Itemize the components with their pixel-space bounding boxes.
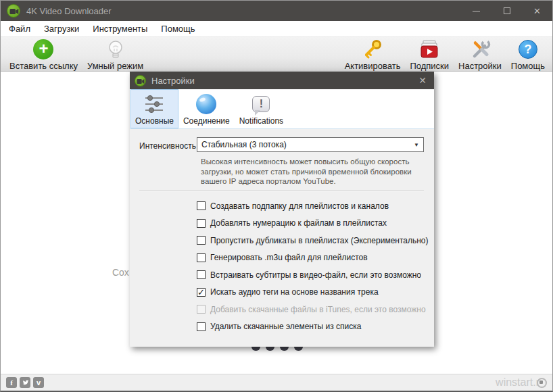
- checkbox-m3u[interactable]: Генерировать .m3u файл для плейлистов: [197, 249, 429, 267]
- checkbox-disabled-icon: [197, 305, 206, 314]
- tab-notifications-label: Notifications: [239, 116, 283, 126]
- separator: [139, 190, 424, 191]
- toolbar: + Вставить ссылку Умный режим: [1, 36, 552, 72]
- activate-button[interactable]: Активировать: [340, 36, 406, 72]
- checkbox-checked-icon[interactable]: [197, 288, 206, 297]
- menu-help[interactable]: Помощь: [154, 22, 201, 36]
- hidden-site-icon-peek: [294, 347, 303, 351]
- dialog-body: Интенсивность Стабильная (3 потока) ▼ Вы…: [130, 129, 434, 346]
- dialog-app-icon: [135, 75, 146, 87]
- dialog-close-button[interactable]: ✕: [411, 75, 434, 86]
- question-icon: ?: [517, 39, 539, 60]
- paste-link-label: Вставить ссылку: [9, 61, 78, 71]
- activate-label: Активировать: [345, 61, 401, 71]
- hidden-site-icon-peek: [266, 347, 274, 351]
- paste-link-button[interactable]: + Вставить ссылку: [5, 36, 82, 72]
- plus-circle-icon: +: [32, 39, 54, 60]
- checkbox-label: Генерировать .m3u файл для плейлистов: [210, 253, 368, 262]
- checkbox-label: Добавить скачанные файлы в iTunes, если …: [210, 305, 426, 314]
- status-bar: f v winstart.r: [1, 374, 552, 391]
- hidden-site-icon-peek: [251, 347, 260, 351]
- checkbox-icon[interactable]: [197, 236, 206, 245]
- menu-bar: Файл Загрузки Инструменты Помощь: [1, 21, 552, 36]
- window-titlebar: 4K Video Downloader ✕: [1, 1, 552, 21]
- window-controls: ✕: [461, 1, 552, 21]
- maximize-button[interactable]: [491, 1, 522, 21]
- key-icon: [362, 39, 383, 60]
- app-logo-icon: [7, 4, 20, 18]
- checkbox-label: Пропустить дубликаты в плейлистах (Экспе…: [210, 236, 429, 245]
- notification-bubble-icon: !: [252, 93, 270, 115]
- lightbulb-icon: [105, 39, 126, 60]
- intensity-description: Высокая интенсивность может повысить общ…: [201, 157, 427, 187]
- checkbox-itunes: Добавить скачанные файлы в iTunes, если …: [197, 301, 429, 318]
- intensity-dropdown[interactable]: Стабильная (3 потока) ▼: [197, 137, 424, 152]
- tab-connection-label: Соединение: [183, 116, 230, 126]
- help-button[interactable]: ? Помощь: [506, 36, 550, 72]
- intensity-value: Стабильная (3 потока): [201, 140, 287, 149]
- vimeo-icon[interactable]: v: [33, 377, 44, 388]
- toolbar-left-group: + Вставить ссылку Умный режим: [5, 36, 148, 72]
- menu-file[interactable]: Файл: [2, 22, 37, 36]
- tab-notifications[interactable]: ! Notifications: [235, 89, 288, 128]
- checkbox-icon[interactable]: [197, 253, 206, 262]
- camcorder-glyph: [9, 8, 19, 15]
- checkbox-label: Создавать подпапку для плейлистов и кана…: [210, 201, 389, 211]
- help-label: Помощь: [511, 61, 545, 71]
- checkbox-remove-from-list[interactable]: Удалить скачанные элементы из списка: [197, 318, 429, 336]
- background-text-fragment-left: Сох: [112, 267, 129, 278]
- subscriptions-icon: [418, 39, 440, 60]
- menu-downloads[interactable]: Загрузки: [37, 22, 86, 36]
- checkbox-audio-tags[interactable]: Искать аудио теги на основе названия тре…: [197, 284, 429, 301]
- checkbox-list: Создавать подпапку для плейлистов и кана…: [197, 197, 429, 335]
- settings-label: Настройки: [458, 61, 502, 71]
- subscriptions-label: Подписки: [410, 61, 449, 71]
- watermark: winstart.r: [496, 376, 547, 389]
- minimize-button[interactable]: [461, 1, 491, 21]
- twitter-icon[interactable]: [20, 377, 30, 388]
- app-window: 4K Video Downloader ✕ Файл Загрузки Инст…: [0, 0, 553, 392]
- smart-mode-label: Умный режим: [87, 61, 143, 71]
- globe-icon: [196, 93, 216, 115]
- checkbox-label: Добавлять нумерацию к файлам в плейлиста…: [210, 218, 387, 228]
- checkbox-icon[interactable]: [197, 322, 206, 331]
- sliders-icon: [143, 93, 166, 115]
- checkbox-embed-subtitles[interactable]: Встраивать субтитры в видео-файл, если э…: [197, 266, 429, 284]
- checkbox-icon[interactable]: [197, 270, 206, 279]
- toolbar-right-group: Активировать Подписки: [340, 36, 550, 72]
- watermark-text: winstart.r: [496, 376, 539, 389]
- tab-general[interactable]: Основные: [130, 89, 178, 128]
- tools-icon: [469, 39, 491, 60]
- hidden-site-icon-peek: [280, 347, 289, 351]
- tab-general-label: Основные: [135, 116, 174, 126]
- menu-tools[interactable]: Инструменты: [86, 22, 154, 36]
- checkbox-subfolder[interactable]: Создавать подпапку для плейлистов и кана…: [197, 197, 429, 215]
- checkbox-label: Встраивать субтитры в видео-файл, если э…: [210, 270, 421, 280]
- facebook-icon[interactable]: f: [6, 377, 17, 388]
- dialog-tabstrip: Основные Соединение ! Notifications: [130, 89, 434, 129]
- checkbox-skip-duplicates[interactable]: Пропустить дубликаты в плейлистах (Экспе…: [197, 232, 429, 249]
- checkbox-label: Искать аудио теги на основе названия тре…: [210, 287, 379, 297]
- chevron-down-icon: ▼: [414, 142, 419, 148]
- checkbox-numbering[interactable]: Добавлять нумерацию к файлам в плейлиста…: [197, 215, 429, 232]
- smart-mode-button[interactable]: Умный режим: [82, 36, 148, 72]
- checkbox-icon[interactable]: [197, 219, 206, 228]
- close-button[interactable]: ✕: [522, 1, 552, 21]
- checkbox-label: Удалить скачанные элементы из списка: [210, 322, 361, 331]
- watermark-cursor-icon: [537, 378, 547, 388]
- subscriptions-button[interactable]: Подписки: [405, 36, 454, 72]
- intensity-label: Интенсивность: [139, 141, 196, 151]
- tab-connection[interactable]: Соединение: [178, 89, 235, 128]
- dialog-title: Настройки: [151, 76, 195, 86]
- dialog-titlebar: Настройки ✕: [130, 72, 434, 89]
- checkbox-icon[interactable]: [197, 201, 206, 210]
- window-title: 4K Video Downloader: [26, 6, 112, 16]
- settings-button[interactable]: Настройки: [454, 36, 506, 72]
- settings-dialog: Настройки ✕ Основные Соединение ! Notifi…: [130, 72, 434, 347]
